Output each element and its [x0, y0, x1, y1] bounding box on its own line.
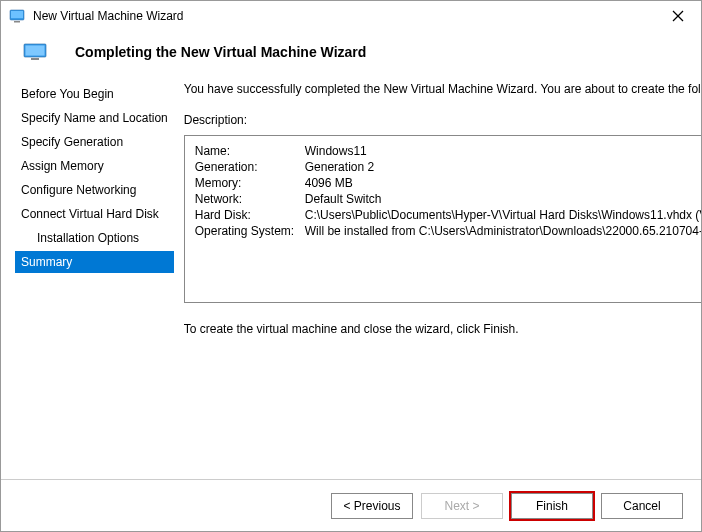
summary-row-os: Operating System: Will be installed from…: [195, 224, 702, 238]
summary-row-network: Network: Default Switch: [195, 192, 702, 206]
step-specify-name[interactable]: Specify Name and Location: [15, 107, 174, 129]
wizard-header: Completing the New Virtual Machine Wizar…: [1, 31, 701, 79]
summary-key: Hard Disk:: [195, 208, 305, 222]
summary-key: Memory:: [195, 176, 305, 190]
next-button: Next >: [421, 493, 503, 519]
summary-key: Operating System:: [195, 224, 305, 238]
finish-button[interactable]: Finish: [511, 493, 593, 519]
summary-key: Name:: [195, 144, 305, 158]
summary-value: 4096 MB: [305, 176, 353, 190]
hyperv-icon: [9, 8, 25, 24]
summary-box[interactable]: Name: Windows11 Generation: Generation 2…: [184, 135, 702, 303]
page-heading: Completing the New Virtual Machine Wizar…: [75, 44, 366, 60]
step-installation-options[interactable]: Installation Options: [15, 227, 174, 249]
titlebar: New Virtual Machine Wizard: [1, 1, 701, 31]
finish-hint: To create the virtual machine and close …: [184, 321, 702, 338]
summary-value: Default Switch: [305, 192, 382, 206]
svg-rect-2: [14, 21, 20, 23]
intro-text: You have successfully completed the New …: [184, 81, 702, 98]
summary-value: C:\Users\Public\Documents\Hyper-V\Virtua…: [305, 208, 702, 222]
cancel-button[interactable]: Cancel: [601, 493, 683, 519]
summary-value: Will be installed from C:\Users\Administ…: [305, 224, 702, 238]
description-label: Description:: [184, 112, 702, 129]
step-configure-networking[interactable]: Configure Networking: [15, 179, 174, 201]
close-button[interactable]: [663, 1, 693, 31]
step-assign-memory[interactable]: Assign Memory: [15, 155, 174, 177]
svg-rect-1: [11, 11, 23, 18]
step-before-you-begin[interactable]: Before You Begin: [15, 83, 174, 105]
summary-value: Windows11: [305, 144, 367, 158]
summary-row-generation: Generation: Generation 2: [195, 160, 702, 174]
svg-rect-7: [31, 58, 39, 60]
summary-row-memory: Memory: 4096 MB: [195, 176, 702, 190]
steps-sidebar: Before You Begin Specify Name and Locati…: [1, 79, 174, 441]
summary-value: Generation 2: [305, 160, 374, 174]
window-title: New Virtual Machine Wizard: [33, 9, 663, 23]
monitor-icon: [23, 43, 47, 61]
summary-key: Network:: [195, 192, 305, 206]
wizard-body: Before You Begin Specify Name and Locati…: [1, 79, 701, 441]
svg-rect-6: [26, 46, 45, 56]
step-specify-generation[interactable]: Specify Generation: [15, 131, 174, 153]
step-summary[interactable]: Summary: [15, 251, 174, 273]
previous-button[interactable]: < Previous: [331, 493, 413, 519]
step-connect-disk[interactable]: Connect Virtual Hard Disk: [15, 203, 174, 225]
wizard-footer: < Previous Next > Finish Cancel: [1, 479, 701, 531]
content-panel: You have successfully completed the New …: [174, 79, 702, 441]
summary-key: Generation:: [195, 160, 305, 174]
summary-row-harddisk: Hard Disk: C:\Users\Public\Documents\Hyp…: [195, 208, 702, 222]
summary-row-name: Name: Windows11: [195, 144, 702, 158]
